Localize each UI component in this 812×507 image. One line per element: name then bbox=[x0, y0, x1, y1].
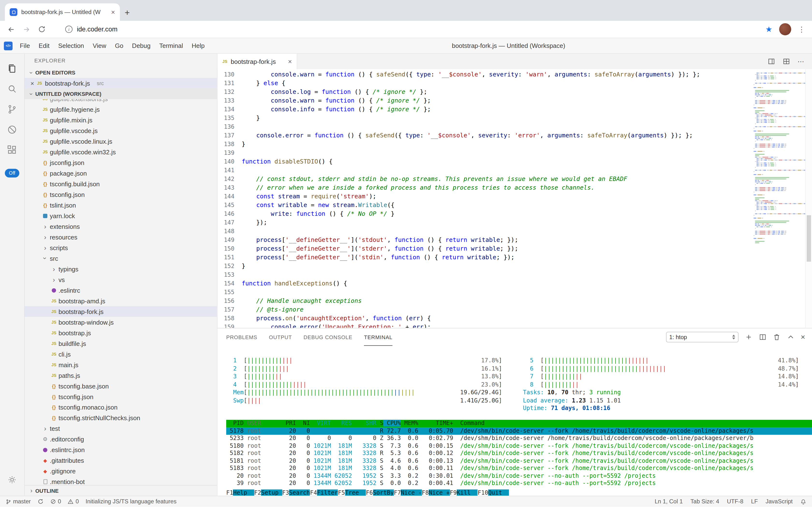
fn-key-F6[interactable]: F6 bbox=[366, 489, 373, 496]
fn-key-F4[interactable]: F4 bbox=[310, 489, 317, 496]
bookmark-star-icon[interactable]: ★ bbox=[765, 25, 772, 34]
tree-item-jsconfig.json[interactable]: {}jsconfig.json bbox=[25, 157, 217, 168]
browser-menu-icon[interactable]: ⋮ bbox=[798, 25, 805, 34]
code-line[interactable]: 131 } else { bbox=[217, 79, 751, 88]
process-row-5178[interactable]: 5178 root 20 0 1021M 181M 3328 R 72.7 0.… bbox=[226, 427, 812, 435]
status-encoding[interactable]: UTF-8 bbox=[727, 498, 743, 505]
collaboration-off-badge[interactable]: Off bbox=[5, 169, 19, 177]
fn-label-F8[interactable]: Nice + bbox=[429, 489, 450, 496]
outline-section-header[interactable]: › OUTLINE bbox=[25, 485, 217, 496]
more-actions-icon[interactable]: ⋯ bbox=[798, 58, 804, 65]
tree-item-test[interactable]: ›test bbox=[25, 423, 217, 434]
menu-edit[interactable]: Edit bbox=[34, 42, 54, 49]
code-line[interactable]: 149 process['__defineGetter__']('stdout'… bbox=[217, 236, 751, 244]
code-line[interactable]: 155 bbox=[217, 288, 751, 296]
panel-tab-output[interactable]: OUTPUT bbox=[269, 329, 292, 346]
tree-item-tslint.json[interactable]: {}tslint.json bbox=[25, 200, 217, 211]
tree-item-tsconfig.base.json[interactable]: {}tsconfig.base.json bbox=[25, 381, 217, 391]
tree-item-bootstrap-window.js[interactable]: JSbootstrap-window.js bbox=[25, 317, 217, 328]
editor-layout-icon[interactable] bbox=[783, 58, 790, 65]
tree-item-cli.js[interactable]: JScli.js bbox=[25, 349, 217, 359]
code-line[interactable]: 156 // Handle uncaught exceptions bbox=[217, 296, 751, 305]
process-row-39[interactable]: 39 root 20 0 1344M 62052 1952 S 0.0 0.2 … bbox=[226, 480, 812, 487]
status-indentation[interactable]: Tab Size: 4 bbox=[690, 498, 719, 505]
code-line[interactable]: 132 console.log = function () { /* ignor… bbox=[217, 88, 751, 96]
status-notifications[interactable] bbox=[800, 498, 806, 505]
fn-key-F7[interactable]: F7 bbox=[394, 489, 401, 496]
panel-tab-debug-console[interactable]: DEBUG CONSOLE bbox=[304, 329, 353, 346]
process-row-5181[interactable]: 5181 root 20 0 1021M 181M 3328 S 4.6 0.6… bbox=[226, 457, 812, 465]
process-row-5182[interactable]: 5182 root 20 0 1021M 181M 3328 R 5.3 0.6… bbox=[226, 450, 812, 457]
menu-file[interactable]: File bbox=[15, 42, 34, 49]
process-row-5180[interactable]: 5180 root 20 0 1021M 181M 3328 S 7.3 0.6… bbox=[226, 442, 812, 450]
code-line[interactable]: 153 bbox=[217, 270, 751, 279]
tree-item-tsconfig.json[interactable]: {}tsconfig.json bbox=[25, 391, 217, 402]
code-line[interactable]: 150 process['__defineGetter__']('stderr'… bbox=[217, 244, 751, 253]
browser-tab[interactable]: bootstrap-fork.js — Untitled (W × bbox=[5, 3, 120, 21]
code-line[interactable]: 139 bbox=[217, 149, 751, 157]
menu-view[interactable]: View bbox=[88, 42, 111, 49]
tree-item-.eslintrc[interactable]: .eslintrc bbox=[25, 285, 217, 296]
fn-label-F3[interactable]: Search bbox=[289, 489, 310, 496]
tree-item-tsconfig.json[interactable]: {}tsconfig.json bbox=[25, 189, 217, 200]
menu-selection[interactable]: Selection bbox=[54, 42, 88, 49]
code-line[interactable]: 152} bbox=[217, 262, 751, 270]
split-editor-icon[interactable] bbox=[767, 58, 775, 65]
code-line[interactable]: 135 } bbox=[217, 114, 751, 122]
menu-go[interactable]: Go bbox=[111, 42, 128, 49]
fn-label-F7[interactable]: Nice - bbox=[401, 489, 422, 496]
terminal-select[interactable]: 1: htop bbox=[666, 332, 738, 342]
new-terminal-icon[interactable] bbox=[745, 333, 752, 341]
explorer-icon[interactable] bbox=[2, 59, 22, 79]
tree-item-.gitignore[interactable]: ◆.gitignore bbox=[25, 466, 217, 476]
code-line[interactable]: 146 write: function () { /* No OP */ } bbox=[217, 210, 751, 218]
minimap[interactable] bbox=[751, 69, 805, 328]
debug-disabled-icon[interactable] bbox=[2, 119, 22, 140]
code-line[interactable]: 159 console.error('Uncaught Exception: '… bbox=[217, 323, 751, 328]
status-git-branch[interactable]: master bbox=[6, 498, 31, 505]
tree-item-tsconfig.monaco.json[interactable]: {}tsconfig.monaco.json bbox=[25, 402, 217, 413]
status-language-status[interactable]: Initializing JS/TS language features bbox=[85, 498, 177, 505]
tree-item-gulpfile.vscode.js[interactable]: JSgulpfile.vscode.js bbox=[25, 125, 217, 136]
open-editors-header[interactable]: › OPEN EDITORS bbox=[25, 67, 217, 78]
code-line[interactable]: 151 process['__defineGetter__']('stdin',… bbox=[217, 253, 751, 262]
code-line[interactable]: 134 console.info = function () { /* igno… bbox=[217, 105, 751, 114]
menu-terminal[interactable]: Terminal bbox=[155, 42, 187, 49]
tree-item-gulpfile.extensions.js[interactable]: JSgulpfile.extensions.js bbox=[25, 99, 217, 104]
kill-terminal-icon[interactable] bbox=[772, 333, 780, 341]
site-info-icon[interactable]: i bbox=[65, 25, 72, 33]
tree-item-gulpfile.mixin.js[interactable]: JSgulpfile.mixin.js bbox=[25, 115, 217, 125]
panel-tab-problems[interactable]: PROBLEMS bbox=[226, 329, 257, 346]
fn-key-F10[interactable]: F10 bbox=[478, 489, 488, 496]
fn-label-F1[interactable]: Help bbox=[233, 489, 254, 496]
editor-scrollbar[interactable] bbox=[805, 69, 812, 328]
tree-item-.gitattributes[interactable]: ◆.gitattributes bbox=[25, 455, 217, 466]
code-line[interactable]: 140function disableSTDIO() { bbox=[217, 157, 751, 166]
tree-item-src[interactable]: ›src bbox=[25, 253, 217, 264]
menu-help[interactable]: Help bbox=[187, 42, 209, 49]
tree-item-yarn.lock[interactable]: yarn.lock bbox=[25, 211, 217, 221]
tree-item-package.json[interactable]: {}package.json bbox=[25, 168, 217, 178]
fn-key-F8[interactable]: F8 bbox=[422, 489, 429, 496]
extensions-icon[interactable] bbox=[2, 140, 22, 160]
code-line[interactable]: 145 const writable = new stream.Writable… bbox=[217, 201, 751, 210]
code-line[interactable]: 148 bbox=[217, 227, 751, 236]
close-editor-icon[interactable]: × bbox=[30, 79, 34, 87]
code-line[interactable]: 142 // const stdout, stderr and stdin be… bbox=[217, 175, 751, 183]
tab-close-icon[interactable]: × bbox=[288, 58, 292, 65]
code-editor[interactable]: 130 console.warn = function () { safeSen… bbox=[217, 69, 751, 328]
code-line[interactable]: 136 bbox=[217, 122, 751, 131]
status-warnings[interactable]: 0 bbox=[68, 498, 79, 505]
fn-key-F1[interactable]: F1 bbox=[226, 489, 233, 496]
tree-item-scripts[interactable]: ›scripts bbox=[25, 242, 217, 253]
terminal[interactable]: 1 [||||||||||||| 17.8%] 2 [|||||||||||| … bbox=[217, 346, 812, 496]
tree-item-typings[interactable]: ›typings bbox=[25, 264, 217, 274]
tree-item-bootstrap-amd.js[interactable]: JSbootstrap-amd.js bbox=[25, 296, 217, 306]
tree-item-tsconfig.strictNullChecks.json[interactable]: {}tsconfig.strictNullChecks.json bbox=[25, 412, 217, 423]
tree-item-extensions[interactable]: ›extensions bbox=[25, 221, 217, 232]
process-row-20[interactable]: 20 root 20 0 1344M 62052 1952 S 3.3 0.2 … bbox=[226, 472, 812, 480]
code-line[interactable]: 144 const stream = require('stream'); bbox=[217, 192, 751, 201]
status-sync[interactable] bbox=[38, 499, 43, 504]
fn-key-F3[interactable]: F3 bbox=[282, 489, 289, 496]
process-row-5233[interactable]: 5233 root 20 0 0 0 0 Z 36.3 0.0 0:02.79 … bbox=[226, 435, 812, 442]
